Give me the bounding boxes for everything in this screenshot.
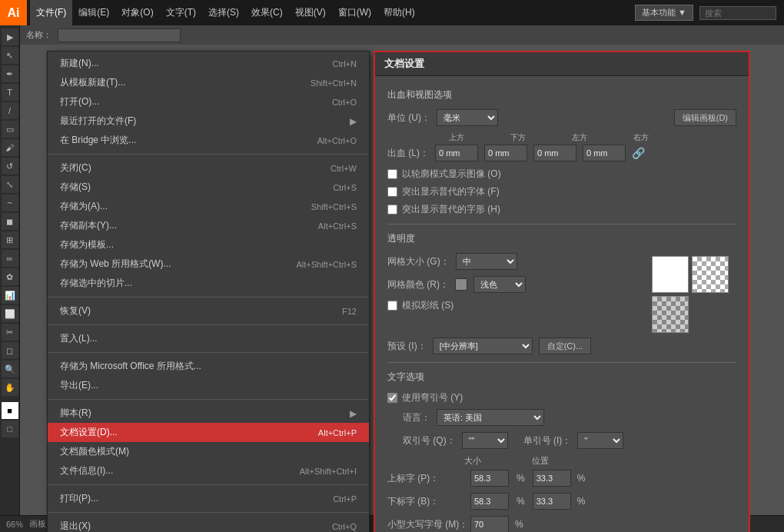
search-input[interactable] [699,6,776,20]
single-quote-select[interactable]: '' [577,432,623,449]
checkbox-use-quotes[interactable] [387,393,397,403]
menu-section-3: 恢复(V) F12 [48,299,369,323]
menu-edit[interactable]: 编辑(E) [72,0,115,25]
menu-item-new-template[interactable]: 从模板新建(T)... Shift+Ctrl+N [48,73,369,92]
tool-warp[interactable]: ~ [2,195,18,211]
menu-item-bridge[interactable]: 在 Bridge 中浏览... Alt+Ctrl+O [48,131,369,150]
tool-stroke[interactable]: □ [2,421,18,437]
tool-column[interactable]: 📊 [2,287,18,304]
bleed-bottom-input[interactable] [484,145,527,161]
menu-window[interactable]: 窗口(W) [332,0,377,25]
menu-item-open[interactable]: 打开(O)... Ctrl+O [48,92,369,111]
checkbox-outline[interactable] [387,169,397,179]
menu-item-doc-settings[interactable]: 文档设置(D)... Alt+Ctrl+P [48,423,369,442]
menu-text[interactable]: 文字(T) [160,0,202,25]
tool-slice[interactable]: ✂ [2,324,18,341]
menu-item-msoffice[interactable]: 存储为 Microsoft Office 所用格式... [48,357,369,376]
grid-color-select[interactable]: 浅色 中等 深色 [473,276,526,293]
language-label: 语言： [403,411,430,424]
bleed-right-input[interactable] [583,145,626,161]
menu-section-7: 打印(P)... Ctrl+P [48,487,369,510]
menu-item-recent[interactable]: 最近打开的文件(F) ▶ [48,111,369,131]
menu-item-savetemplate[interactable]: 存储为模板... [48,235,369,254]
menu-item-exit[interactable]: 退出(X) Ctrl+Q [48,517,369,532]
menu-item-saveas[interactable]: 存储为(A)... Shift+Ctrl+S [48,197,369,216]
bleed-left-label: 左方 [572,132,587,143]
checkbox-font-label: 突出显示普代的字体 (F) [402,185,500,198]
tool-line[interactable]: / [2,102,18,119]
subscript-size-input[interactable] [470,493,509,510]
menu-object[interactable]: 对象(O) [115,0,159,25]
menu-item-save[interactable]: 存储(S) Ctrl+S [48,178,369,197]
section-bleed-header: 出血和视图选项 [387,88,736,101]
bleed-top-input[interactable] [435,145,478,161]
menu-file[interactable]: 文件(F) [30,0,72,25]
tool-scale[interactable]: ⤡ [2,176,18,193]
preview-white [652,256,689,293]
checkbox-outline-label: 以轮廓模式显示图像 (O) [402,168,501,181]
edit-canvas-button[interactable]: 编辑画板(D) [674,109,736,126]
unit-row: 单位 (U)： 毫米 像素 厘米 编辑画板(D) [387,109,736,126]
menu-item-close[interactable]: 关闭(C) Ctrl+W [48,158,369,178]
tool-eraser[interactable]: ◻ [2,342,18,359]
workspace-button[interactable]: 基本功能 ▼ [635,5,693,21]
small-caps-input[interactable] [470,516,509,532]
tool-direct[interactable]: ↖ [2,47,18,64]
tool-blend[interactable]: ∞ [2,250,18,267]
tool-type[interactable]: T [2,84,18,101]
menu-view[interactable]: 视图(V) [289,0,332,25]
unit-select[interactable]: 毫米 像素 厘米 [437,109,498,126]
menu-item-saveweb[interactable]: 存储为 Web 所用格式(W)... Alt+Shift+Ctrl+S [48,254,369,274]
menu-item-saveslices[interactable]: 存储选中的切片... [48,274,369,293]
menu-item-revert[interactable]: 恢复(V) F12 [48,301,369,321]
menu-item-export[interactable]: 导出(E)... [48,376,369,395]
tool-brush[interactable]: 🖌 [2,139,18,156]
divider-2 [387,362,736,363]
tool-fill[interactable]: ■ [2,402,18,419]
menu-item-print[interactable]: 打印(P)... Ctrl+P [48,489,369,508]
menu-item-savecopy[interactable]: 存储副本(Y)... Alt+Ctrl+S [48,216,369,235]
subscript-row: 下标字 (B)： % % [387,493,736,510]
menu-section-8: 退出(X) Ctrl+Q [48,514,369,532]
bleed-left-input[interactable] [533,145,576,161]
superscript-pos-input[interactable] [533,470,571,487]
menu-item-color-mode[interactable]: 文档颜色模式(M) [48,442,369,461]
bleed-right-label: 右方 [633,132,649,143]
percent4: % [577,496,586,507]
tool-hand[interactable]: ✋ [2,379,18,396]
section-transparency-header: 透明度 [387,232,736,245]
checkbox-font[interactable] [387,187,397,197]
tool-rect[interactable]: ▭ [2,121,18,138]
superscript-size-input[interactable] [470,470,509,487]
checkbox-simulate-paper[interactable] [387,301,397,311]
double-quote-select[interactable]: "" [462,432,508,449]
menu-item-new[interactable]: 新建(N)... Ctrl+N [48,54,369,73]
menu-item-file-info[interactable]: 文件信息(I)... Alt+Shift+Ctrl+I [48,461,369,480]
tool-artboard[interactable]: ⬜ [2,305,18,322]
menu-item-scripts[interactable]: 脚本(R) ▶ [48,404,369,423]
subscript-label: 下标字 (B)： [387,495,464,508]
menu-help[interactable]: 帮助(H) [377,0,421,25]
app-logo: Ai [0,0,27,25]
tool-symbol[interactable]: ✿ [2,268,18,285]
menu-effect[interactable]: 效果(C) [245,0,289,25]
checkbox-glyph[interactable] [387,204,397,214]
use-quotes-label: 使用弯引号 (Y) [402,391,463,404]
language-select[interactable]: 英语: 美国 [437,409,544,426]
language-row: 语言： 英语: 美国 [387,409,736,426]
tool-zoom[interactable]: 🔍 [2,361,18,377]
subscript-pos-input[interactable] [533,493,571,510]
tool-rotate[interactable]: ↺ [2,158,18,175]
custom-button[interactable]: 自定(C)... [539,337,591,354]
bleed-label: 出血 (L)： [387,147,429,160]
tool-gradient[interactable]: ◼ [2,213,18,230]
tool-mesh[interactable]: ⊞ [2,231,18,248]
tool-select[interactable]: ▶ [2,28,18,45]
menu-select[interactable]: 选择(S) [202,0,245,25]
menu-item-place[interactable]: 置入(L)... [48,329,369,348]
preset-select[interactable]: [中分辨率] [低分辨率] [高分辨率] [433,337,533,354]
grid-size-select[interactable]: 中 小 大 [456,253,517,270]
menu-section-2: 关闭(C) Ctrl+W 存储(S) Ctrl+S 存储为(A)... Shif… [48,156,369,295]
single-quote-label: 单引号 (I)： [523,434,572,447]
tool-pen[interactable]: ✒ [2,65,18,82]
